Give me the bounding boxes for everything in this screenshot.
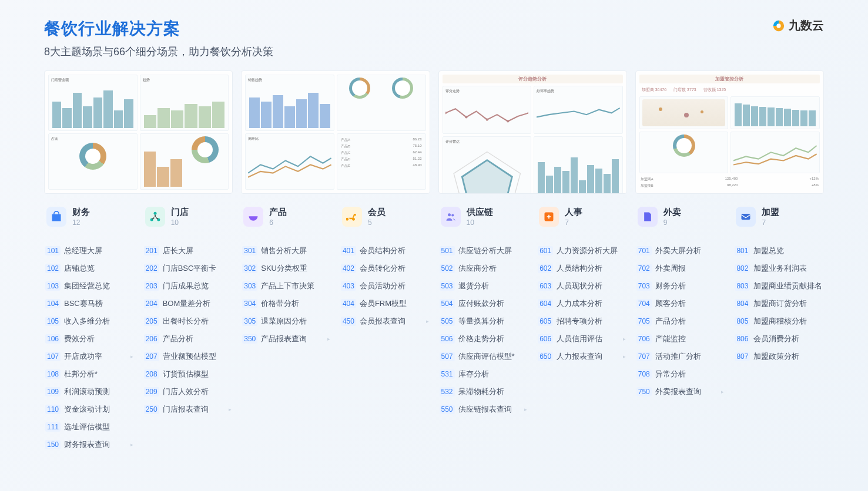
list-item[interactable]: 802 加盟业务利润表 bbox=[733, 260, 824, 277]
list-item[interactable]: 106 费效分析 bbox=[44, 330, 135, 348]
list-item[interactable]: 602 人员结构分析 bbox=[537, 260, 627, 277]
list-item[interactable]: 203 门店成果总览 bbox=[143, 277, 233, 295]
list-item[interactable]: 550 供应链报表查询 ▸ bbox=[438, 401, 529, 418]
list-item[interactable]: 101 总经理大屏 bbox=[44, 242, 135, 260]
dashboard-preview-2[interactable]: 销售趋势 周环比 产品A86.23产品B75.10产品C62.44产品D51.2… bbox=[241, 70, 430, 194]
list-item[interactable]: 604 人力成本分析 bbox=[537, 295, 627, 312]
net-icon bbox=[145, 207, 165, 227]
list-item[interactable]: 807 加盟政策分析 bbox=[733, 348, 824, 365]
list-item[interactable]: 110 资金滚动计划 bbox=[44, 401, 135, 418]
list-item[interactable]: 108 杜邦分析* bbox=[44, 365, 135, 383]
svg-point-0 bbox=[776, 23, 780, 28]
list-item[interactable]: 301 销售分析大屏 bbox=[241, 242, 331, 260]
item-number: 109 bbox=[45, 387, 61, 396]
list-item[interactable]: 705 产品分析 bbox=[635, 312, 726, 330]
list-item[interactable]: 701 外卖大屏分析 bbox=[635, 242, 726, 260]
dashboard-preview-3[interactable]: 评分趋势分析 评分走势 好评率趋势 评分雷达 bbox=[438, 70, 627, 194]
list-item[interactable]: 704 顾客分析 bbox=[635, 295, 726, 312]
category-card-3[interactable]: 会员 5 bbox=[340, 202, 430, 231]
list-item[interactable]: 503 退货分析 bbox=[438, 277, 529, 295]
list-item[interactable]: 605 招聘专项分析 bbox=[537, 312, 627, 330]
list-item[interactable]: 531 库存分析 bbox=[438, 365, 529, 383]
list-item[interactable]: 107 开店成功率 ▸ bbox=[44, 348, 135, 365]
list-item[interactable]: 403 会员活动分析 bbox=[340, 277, 430, 295]
category-row: 财务 12 门店 10 产品 6 会员 5 供应链 10 人事 7 外卖 bbox=[44, 202, 824, 231]
list-item[interactable]: 506 价格走势分析 bbox=[438, 330, 529, 348]
category-card-1[interactable]: 门店 10 bbox=[143, 202, 233, 231]
item-number: 101 bbox=[45, 246, 61, 255]
list-item[interactable]: 750 外卖报表查询 ▸ bbox=[635, 383, 726, 401]
list-item[interactable]: 206 产品分析 bbox=[143, 330, 233, 348]
list-item[interactable]: 532 呆滞物耗分析 bbox=[438, 383, 529, 401]
item-label: 供应商评估模型* bbox=[458, 351, 528, 362]
list-item[interactable]: 202 门店BSC平衡卡 bbox=[143, 260, 233, 277]
category-card-7[interactable]: 加盟 7 bbox=[733, 202, 824, 231]
list-item[interactable]: 803 加盟商业绩贡献排名 bbox=[733, 277, 824, 295]
list-item[interactable]: 404 会员FRM模型 bbox=[340, 295, 430, 312]
list-item[interactable]: 205 出餐时长分析 bbox=[143, 312, 233, 330]
list-item[interactable]: 208 订货预估模型 bbox=[143, 365, 233, 383]
dashboard-preview-4[interactable]: 加盟管控分析 加盟商 36476门店数 3773营收额 1325 加盟商A125… bbox=[635, 70, 824, 194]
item-number: 803 bbox=[735, 281, 750, 291]
dashboard-preview-1[interactable]: 门店营业额 趋势 占比 bbox=[44, 70, 233, 194]
list-item[interactable]: 401 会员结构分析 bbox=[340, 242, 430, 260]
list-item[interactable]: 708 异常分析 bbox=[635, 365, 726, 383]
list-item[interactable]: 303 产品上下市决策 bbox=[241, 277, 331, 295]
list-item[interactable]: 350 产品报表查询 ▸ bbox=[241, 330, 331, 348]
list-item[interactable]: 105 收入多维分析 bbox=[44, 312, 135, 330]
list-item[interactable]: 501 供应链分析大屏 bbox=[438, 242, 529, 260]
list-item[interactable]: 304 价格带分析 bbox=[241, 295, 331, 312]
chevron-right-icon: ▸ bbox=[426, 318, 429, 324]
item-number: 706 bbox=[636, 334, 652, 344]
item-number: 301 bbox=[242, 246, 257, 255]
list-item[interactable]: 804 加盟商订货分析 bbox=[733, 295, 824, 312]
item-number: 104 bbox=[45, 299, 61, 308]
list-item[interactable]: 102 店铺总览 bbox=[44, 260, 135, 277]
category-name: 门店 bbox=[171, 207, 189, 218]
list-item[interactable]: 801 加盟总览 bbox=[733, 242, 824, 260]
item-label: 门店人效分析 bbox=[163, 386, 232, 397]
item-number: 103 bbox=[45, 281, 61, 291]
svg-marker-6 bbox=[462, 160, 512, 194]
list-item[interactable]: 507 供应商评估模型* bbox=[438, 348, 529, 365]
list-item[interactable]: 702 外卖周报 bbox=[635, 260, 726, 277]
list-item[interactable]: 103 集团经营总览 bbox=[44, 277, 135, 295]
list-item[interactable]: 150 财务报表查询 ▸ bbox=[44, 436, 135, 453]
list-item[interactable]: 250 门店报表查询 ▸ bbox=[143, 401, 233, 418]
list-item[interactable]: 606 人员信用评估 ▸ bbox=[537, 330, 627, 348]
list-item[interactable]: 805 加盟商稽核分析 bbox=[733, 312, 824, 330]
list-item[interactable]: 201 店长大屏 bbox=[143, 242, 233, 260]
list-item[interactable]: 706 产能监控 bbox=[635, 330, 726, 348]
list-item[interactable]: 502 供应商分析 bbox=[438, 260, 529, 277]
category-card-5[interactable]: 人事 7 bbox=[537, 202, 627, 231]
list-item[interactable]: 650 人力报表查询 ▸ bbox=[537, 348, 627, 365]
category-card-0[interactable]: 财务 12 bbox=[44, 202, 135, 231]
category-card-2[interactable]: 产品 6 bbox=[241, 202, 331, 231]
category-card-6[interactable]: 外卖 9 bbox=[635, 202, 726, 231]
item-number: 505 bbox=[440, 317, 455, 326]
list-item[interactable]: 109 利润滚动预测 bbox=[44, 383, 135, 401]
list-item[interactable]: 703 财务分析 bbox=[635, 277, 726, 295]
list-item[interactable]: 204 BOM量差分析 bbox=[143, 295, 233, 312]
list-item[interactable]: 305 退菜原因分析 bbox=[241, 312, 331, 330]
item-label: 总经理大屏 bbox=[64, 246, 133, 256]
category-name: 产品 bbox=[269, 207, 287, 218]
list-item[interactable]: 104 BSC赛马榜 bbox=[44, 295, 135, 312]
list-item[interactable]: 450 会员报表查询 ▸ bbox=[340, 312, 430, 330]
item-label: 供应链报表查询 bbox=[458, 404, 521, 415]
category-card-4[interactable]: 供应链 10 bbox=[438, 202, 529, 231]
list-item[interactable]: 603 人员现状分析 bbox=[537, 277, 627, 295]
list-item[interactable]: 402 会员转化分析 bbox=[340, 260, 430, 277]
list-item[interactable]: 302 SKU分类权重 bbox=[241, 260, 331, 277]
item-label: 产品上下市决策 bbox=[261, 281, 330, 291]
list-item[interactable]: 207 营业额预估模型 bbox=[143, 348, 233, 365]
list-item[interactable]: 505 等量换算分析 bbox=[438, 312, 529, 330]
list-item[interactable]: 707 活动推广分析 bbox=[635, 348, 726, 365]
list-item[interactable]: 504 应付账款分析 bbox=[438, 295, 529, 312]
list-item[interactable]: 806 会员消费分析 bbox=[733, 330, 824, 348]
item-number: 102 bbox=[45, 264, 61, 273]
list-item[interactable]: 209 门店人效分析 bbox=[143, 383, 233, 401]
list-item[interactable]: 111 选址评估模型 bbox=[44, 418, 135, 436]
list-item[interactable]: 601 人力资源分析大屏 bbox=[537, 242, 627, 260]
category-count: 6 bbox=[269, 218, 287, 227]
